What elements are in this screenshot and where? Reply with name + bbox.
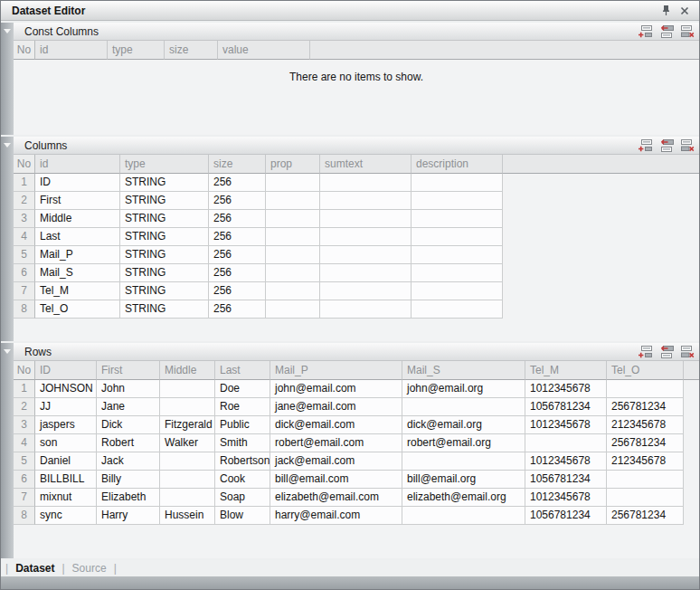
cell-prop[interactable] — [266, 246, 320, 264]
cell-last[interactable]: Blow — [215, 507, 270, 525]
cell-type[interactable]: STRING — [120, 264, 209, 282]
tab-dataset[interactable]: Dataset — [15, 562, 54, 575]
cell-tel_o[interactable]: 256781234 — [607, 507, 684, 525]
cell-type[interactable]: STRING — [120, 246, 209, 264]
cell-id[interactable]: Tel_O — [35, 300, 120, 319]
cell-tel_m[interactable]: 1012345678 — [525, 380, 607, 398]
cell-type[interactable]: STRING — [120, 174, 209, 192]
insert-row-button[interactable] — [657, 345, 674, 358]
cell-mail_p[interactable]: harry@email.com — [270, 507, 402, 525]
cell-tel_m[interactable]: 1012345678 — [525, 489, 607, 507]
cell-mail_s[interactable]: john@email.org — [402, 380, 525, 398]
cell-size[interactable]: 256 — [209, 228, 266, 246]
cell-mail_s[interactable]: bill@email.org — [402, 471, 525, 489]
cell-prop[interactable] — [266, 300, 320, 319]
section-header-columns[interactable]: Columns — [14, 137, 699, 155]
cell-sumtext[interactable] — [320, 246, 411, 264]
cell-sumtext[interactable] — [320, 174, 411, 192]
row-number-cell[interactable]: 4 — [14, 434, 35, 452]
cell-tel_o[interactable]: 212345678 — [607, 416, 684, 434]
cell-id[interactable]: JJ — [35, 398, 97, 416]
cell-tel_m[interactable]: 1056781234 — [525, 507, 607, 525]
row-number-cell[interactable]: 6 — [14, 471, 35, 489]
cell-tel_o[interactable] — [607, 380, 684, 398]
row-number-cell[interactable]: 7 — [14, 489, 35, 507]
cell-first[interactable]: Jane — [97, 398, 160, 416]
column-header-type[interactable]: type — [120, 155, 209, 174]
cell-first[interactable]: Billy — [97, 471, 160, 489]
cell-id[interactable]: jaspers — [35, 416, 97, 434]
add-row-button[interactable] — [637, 138, 653, 152]
cell-id[interactable]: Middle — [35, 210, 120, 228]
cell-last[interactable]: Cook — [215, 471, 270, 489]
cell-last[interactable]: Public — [215, 416, 270, 434]
cell-mail_p[interactable]: jane@email.com — [270, 398, 402, 416]
cell-id[interactable]: Mail_P — [35, 246, 120, 264]
cell-id[interactable]: ID — [35, 174, 120, 192]
cell-id[interactable]: BILLBILL — [35, 471, 97, 489]
column-header-last[interactable]: Last — [215, 361, 270, 380]
cell-mail_p[interactable]: dick@email.com — [270, 416, 402, 434]
column-header-middle[interactable]: Middle — [160, 361, 215, 380]
cell-description[interactable] — [411, 264, 503, 282]
row-number-cell[interactable]: 8 — [14, 507, 35, 525]
cell-middle[interactable]: Fitzgerald — [160, 416, 215, 434]
cell-size[interactable]: 256 — [209, 210, 266, 228]
section-header-const-columns[interactable]: Const Columns — [14, 23, 699, 41]
collapse-arrow-icon[interactable] — [4, 29, 11, 33]
column-header-size[interactable]: size — [209, 155, 266, 174]
row-number-cell[interactable]: 3 — [14, 416, 35, 434]
row-number-cell[interactable]: 6 — [14, 264, 35, 282]
column-header-mail_s[interactable]: Mail_S — [402, 361, 525, 380]
cell-prop[interactable] — [266, 210, 320, 228]
cell-description[interactable] — [411, 210, 503, 228]
row-number-cell[interactable]: 3 — [14, 210, 35, 228]
tab-source[interactable]: Source — [72, 562, 107, 575]
cell-mail_p[interactable]: john@email.com — [270, 380, 402, 398]
delete-row-button[interactable] — [678, 138, 695, 152]
cell-type[interactable]: STRING — [120, 192, 209, 210]
cell-size[interactable]: 256 — [209, 282, 266, 300]
column-header-mail_p[interactable]: Mail_P — [270, 361, 402, 380]
cell-sumtext[interactable] — [320, 210, 411, 228]
add-row-button[interactable] — [637, 345, 653, 358]
cell-id[interactable]: Daniel — [35, 452, 97, 471]
cell-tel_o[interactable] — [607, 489, 684, 507]
cell-middle[interactable]: Walker — [160, 434, 215, 452]
cell-mail_s[interactable] — [402, 452, 525, 471]
cell-sumtext[interactable] — [320, 192, 411, 210]
cell-mail_s[interactable]: robert@email.org — [402, 434, 525, 452]
cell-tel_m[interactable]: 1012345678 — [525, 452, 607, 471]
cell-first[interactable]: Jack — [97, 452, 160, 471]
column-header-value[interactable]: value — [218, 41, 310, 60]
cell-mail_s[interactable] — [402, 398, 525, 416]
column-header-first[interactable]: First — [97, 361, 160, 380]
cell-last[interactable]: Doe — [215, 380, 270, 398]
column-header-no[interactable]: No — [14, 41, 35, 60]
cell-description[interactable] — [411, 282, 503, 300]
cell-sumtext[interactable] — [320, 282, 411, 300]
column-header-description[interactable]: description — [411, 155, 503, 174]
cell-size[interactable]: 256 — [209, 300, 266, 319]
cell-last[interactable]: Robertson — [215, 452, 270, 471]
column-header-prop[interactable]: prop — [266, 155, 320, 174]
insert-row-button[interactable] — [657, 138, 674, 152]
column-header-type[interactable]: type — [108, 41, 165, 60]
cell-prop[interactable] — [266, 192, 320, 210]
row-number-cell[interactable]: 1 — [14, 174, 35, 192]
cell-prop[interactable] — [266, 228, 320, 246]
row-number-cell[interactable]: 5 — [14, 246, 35, 264]
row-number-cell[interactable]: 2 — [14, 192, 35, 210]
cell-description[interactable] — [411, 174, 503, 192]
column-header-no[interactable]: No — [14, 361, 35, 380]
cell-size[interactable]: 256 — [209, 174, 266, 192]
titlebar[interactable]: Dataset Editor — [1, 1, 699, 21]
cell-mail_p[interactable]: jack@email.com — [270, 452, 402, 471]
cell-type[interactable]: STRING — [120, 228, 209, 246]
cell-tel_m[interactable]: 1056781234 — [525, 398, 607, 416]
row-number-cell[interactable]: 5 — [14, 452, 35, 471]
column-header-id[interactable]: id — [35, 41, 108, 60]
cell-prop[interactable] — [266, 282, 320, 300]
cell-middle[interactable] — [160, 380, 215, 398]
cell-first[interactable]: Harry — [97, 507, 160, 525]
